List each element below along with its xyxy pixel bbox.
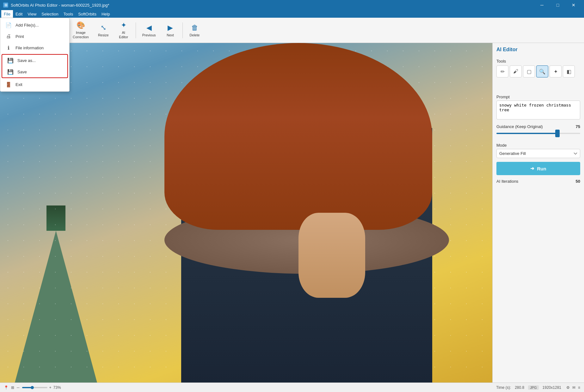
file-dropdown-menu: 📄 Add File(s)... 🖨 Print ℹ File informat… (0, 43, 70, 92)
canvas-area[interactable]: 📄 Add File(s)... 🖨 Print ℹ File informat… (0, 43, 492, 383)
toolbar-image-correction-button[interactable]: 🎨 ImageCorrection (69, 20, 93, 40)
woman-area (148, 43, 483, 383)
toolbar-next-button[interactable]: ▶ Next (161, 20, 180, 40)
maximize-button[interactable]: □ (550, 0, 565, 10)
menu-item-selection[interactable]: Selection (39, 10, 61, 18)
toolbar-delete-label: Delete (190, 33, 200, 37)
zoom-slider-thumb[interactable] (31, 386, 34, 389)
tools-section: Tools ✏ 🖌 ▢ 🔍 ✦ ◧ (496, 59, 580, 77)
mode-label: Mode (496, 143, 580, 148)
close-button[interactable]: ✕ (566, 0, 581, 10)
mode-select[interactable]: Generative Fill Inpainting Outpainting (496, 149, 580, 158)
prompt-input[interactable]: snowy white frozen christmass tree (496, 101, 580, 119)
status-menu-icon[interactable]: ≡ (578, 385, 580, 390)
resize-icon: ⤡ (101, 24, 106, 32)
toolbar-ai-editor-button[interactable]: ✦ AIEditor (114, 20, 133, 40)
file-info-icon: ℹ (5, 45, 12, 51)
guidance-slider-track (496, 133, 580, 134)
ai-editor-icon: ✦ (121, 21, 126, 29)
run-button[interactable]: ➜ Run (496, 162, 580, 175)
exit-icon: 🚪 (5, 81, 12, 88)
guidance-slider-thumb[interactable] (555, 130, 560, 137)
tool-eraser[interactable]: ◧ (563, 65, 575, 77)
tool-lasso[interactable]: ✦ (550, 65, 562, 77)
toolbar-image-correction-label: ImageCorrection (73, 31, 89, 39)
iterations-label: AI Iterations (496, 179, 518, 184)
prompt-section: Prompt snowy white frozen christmass tre… (496, 95, 580, 120)
toolbar-separator-2 (136, 22, 136, 38)
tools-section-label: Tools (496, 59, 580, 64)
tool-magic-wand[interactable]: 🔍 (536, 65, 548, 77)
run-arrow-icon: ➜ (530, 166, 534, 171)
app-title: SoftOrbits AI Photo Editor - woman-60022… (11, 3, 109, 8)
status-left: 📍 ⊞ ─ + 73% (4, 385, 61, 390)
iterations-value: 50 (576, 179, 580, 184)
menu-item-view[interactable]: View (25, 10, 39, 18)
title-bar-controls: ─ □ ✕ (535, 0, 581, 10)
status-right: Time (s): 280.8 JPG 1920x1281 ⚙ ✉ ≡ (496, 385, 580, 390)
guidance-label: Guidance (Keep Original) (496, 124, 543, 129)
right-panel: AI Editor Tools ✏ 🖌 ▢ 🔍 ✦ ◧ Prompt snowy… (492, 43, 584, 383)
mode-section: Mode Generative Fill Inpainting Outpaint… (496, 143, 580, 158)
dropdown-save[interactable]: 💾 Save (2, 66, 67, 77)
image-correction-icon: 🎨 (77, 21, 85, 29)
status-settings-icon[interactable]: ⚙ (566, 385, 570, 390)
previous-icon: ◀ (146, 24, 152, 32)
canvas-background (0, 43, 492, 383)
menu-bar: File Edit View Selection Tools SoftOrbit… (0, 10, 584, 18)
status-info: Time (s): 280.8 JPG 1920x1281 (496, 385, 561, 390)
zoom-control: + 73% (22, 385, 61, 390)
menu-item-help[interactable]: Help (99, 10, 113, 18)
dropdown-file-info-label: File information (15, 46, 44, 50)
woman-hand (298, 213, 366, 298)
tools-spacer (496, 81, 580, 91)
dropdown-exit[interactable]: 🚪 Exit (0, 79, 69, 90)
toolbar-resize-label: Resize (98, 33, 109, 37)
status-minus-icon: ─ (17, 385, 20, 390)
dropdown-menu-container: 📄 Add File(s)... 🖨 Print ℹ File informat… (0, 43, 70, 92)
toolbar-delete-button[interactable]: 🗑 Delete (185, 20, 204, 40)
toolbar: 📄 Add ↩ Remove T Text 🎨 ImageCorrection … (0, 18, 584, 43)
dropdown-exit-label: Exit (15, 82, 22, 87)
run-button-label: Run (537, 166, 546, 171)
woman-hair (164, 43, 432, 230)
status-grid-icon: ⊞ (11, 385, 14, 390)
app-icon-glyph: 🖼 (4, 3, 7, 7)
guidance-slider[interactable] (496, 130, 580, 137)
dropdown-save-label: Save (17, 70, 27, 74)
guidance-section: Guidance (Keep Original) 75 (496, 124, 580, 139)
tool-rect-select[interactable]: ▢ (523, 65, 535, 77)
delete-icon: 🗑 (191, 24, 198, 32)
title-bar-left: 🖼 SoftOrbits AI Photo Editor - woman-600… (3, 3, 109, 8)
status-share-icon[interactable]: ✉ (572, 385, 575, 390)
toolbar-separator-3 (182, 22, 183, 38)
tool-brush[interactable]: 🖌 (510, 65, 522, 77)
save-as-icon: 💾 (7, 57, 14, 64)
guidance-value: 75 (576, 124, 580, 129)
dropdown-save-as[interactable]: 💾 Save as... (2, 55, 67, 66)
status-time-label: Time (s): (496, 385, 511, 390)
status-resolution: 1920x1281 (543, 385, 561, 390)
menu-item-edit[interactable]: Edit (13, 10, 25, 18)
status-format-badge: JPG (528, 385, 538, 390)
zoom-value: 73% (53, 385, 61, 390)
minimize-button[interactable]: ─ (535, 0, 549, 10)
save-highlight-group: 💾 Save as... 💾 Save (2, 54, 68, 78)
tool-pencil[interactable]: ✏ (496, 65, 508, 77)
toolbar-previous-label: Previous (142, 33, 156, 37)
status-location-icon: 📍 (4, 385, 9, 390)
guidance-slider-fill (496, 133, 557, 134)
menu-item-softorbits[interactable]: SoftOrbits (76, 10, 99, 18)
status-time-value: 280.8 (515, 385, 524, 390)
toolbar-previous-button[interactable]: ◀ Previous (138, 20, 160, 40)
status-bar: 📍 ⊞ ─ + 73% Time (s): 280.8 JPG 1920x128… (0, 383, 584, 392)
menu-item-file[interactable]: File (1, 10, 13, 18)
toolbar-resize-button[interactable]: ⤡ Resize (94, 20, 113, 40)
toolbar-ai-editor-label: AIEditor (119, 31, 128, 39)
dropdown-file-info[interactable]: ℹ File information (0, 43, 69, 53)
zoom-slider[interactable] (22, 387, 47, 388)
guidance-row: Guidance (Keep Original) 75 (496, 124, 580, 129)
menu-item-tools[interactable]: Tools (61, 10, 76, 18)
toolbar-next-label: Next (167, 33, 174, 37)
zoom-plus-icon: + (49, 385, 52, 390)
